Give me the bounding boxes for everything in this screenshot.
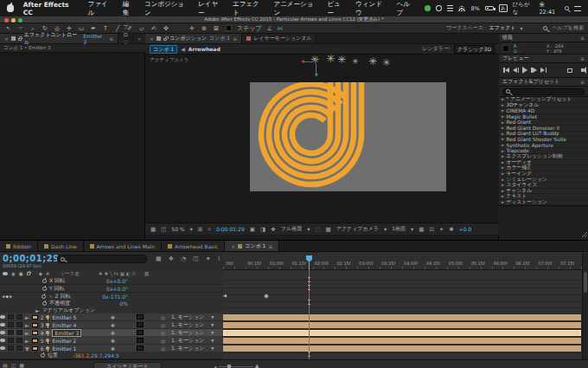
expand-triangle-icon[interactable]: ► xyxy=(502,114,504,119)
tab-layer-motion-null[interactable]: レイヤーモーションヌル xyxy=(242,34,316,43)
pixel-aspect-icon[interactable]: ⋈ xyxy=(277,25,283,32)
panel-menu-icon[interactable]: ≡ xyxy=(580,55,585,61)
parent-pickwhip-icon[interactable]: ◎ xyxy=(161,322,165,328)
expand-inout-pane-icon[interactable]: ◫ xyxy=(11,362,16,368)
emitter-gizmo-star[interactable]: ✳ xyxy=(368,55,377,68)
timeline-track-area[interactable]: ◀ xyxy=(223,270,582,359)
camera-chevron-icon[interactable]: ▾ xyxy=(384,226,387,233)
stopwatch-icon[interactable] xyxy=(42,287,47,291)
notification-center-icon[interactable] xyxy=(574,6,581,11)
menu-item[interactable]: レイヤー xyxy=(198,0,223,17)
layer-label-swatch[interactable] xyxy=(32,331,38,335)
label-column-icon[interactable]: ◆ xyxy=(39,271,42,276)
property-row[interactable]: X 回転0x+0.0° xyxy=(0,277,223,285)
roto-brush-tool[interactable]: ✍ xyxy=(150,25,158,32)
zoom-out-icon[interactable]: ▴ xyxy=(214,364,217,368)
expand-triangle-icon[interactable]: ► xyxy=(502,183,504,187)
expand-triangle-icon[interactable]: ► xyxy=(502,120,504,125)
eye-icon[interactable] xyxy=(0,331,5,334)
help-search-icon[interactable] xyxy=(543,26,547,30)
app-menu[interactable]: After Effects CC xyxy=(23,1,79,16)
property-value[interactable]: 0x-171.0° xyxy=(102,294,128,300)
property-name[interactable]: Y 回転 xyxy=(49,285,65,293)
puppet-pin-tool[interactable]: ✜ xyxy=(162,25,170,32)
audio-column-icon[interactable]: ◉ xyxy=(11,271,16,276)
tab-project[interactable]: プロジェ xyxy=(118,34,133,43)
mini-flowchart-icon[interactable]: ▦ xyxy=(156,255,162,262)
layer-label-swatch[interactable] xyxy=(32,315,38,320)
sync-icon[interactable] xyxy=(436,5,442,11)
play-button[interactable] xyxy=(522,67,527,74)
menu-item[interactable]: アニメーション xyxy=(274,0,318,17)
quality-switch[interactable] xyxy=(137,338,144,343)
magnification-value[interactable]: 50 % xyxy=(171,226,184,232)
emitter-gizmo-star[interactable]: ✳ xyxy=(352,57,359,66)
always-preview-icon[interactable]: ▦ xyxy=(150,226,156,233)
layer-name[interactable]: Emitter 4 xyxy=(52,322,76,328)
lock-column-icon[interactable] xyxy=(27,272,30,275)
renderer-value[interactable]: クラシック3D xyxy=(454,45,495,54)
layer-duration-bar[interactable] xyxy=(223,314,581,320)
step-swatch[interactable] xyxy=(226,25,232,31)
ime-badge-icon[interactable]: あ xyxy=(499,4,508,12)
eye-icon[interactable] xyxy=(0,315,5,319)
apple-menu-icon[interactable] xyxy=(7,4,14,12)
expand-triangle-icon[interactable]: ► xyxy=(502,154,504,158)
menu-item[interactable]: ヘルプ xyxy=(397,0,416,17)
position-yz-value[interactable]: 29.7,294.5 xyxy=(91,352,118,358)
timeline-tab[interactable]: Arrowhead Basic xyxy=(162,241,225,251)
region-of-interest-icon[interactable]: ⬚ xyxy=(315,226,320,233)
zoom-window-button[interactable] xyxy=(18,18,22,23)
motion-blur-icon[interactable]: ✦ xyxy=(206,255,211,262)
video-column-icon[interactable] xyxy=(3,272,8,275)
angle-icon[interactable]: ∠ xyxy=(267,25,272,32)
tab-overflow-button[interactable]: » xyxy=(133,34,145,43)
parent-pickwhip-icon[interactable]: ◎ xyxy=(161,345,165,352)
stopwatch-icon[interactable] xyxy=(42,301,47,306)
current-time-display[interactable]: 0:00:01:29 xyxy=(216,226,245,232)
audio-cell[interactable] xyxy=(8,345,14,351)
parent-pickwhip-icon[interactable]: ◎ xyxy=(161,314,165,320)
parent-chevron-icon[interactable]: ▼ xyxy=(211,339,214,343)
view-layout-selector[interactable]: 1画面 xyxy=(392,225,406,233)
resolution-value[interactable]: フル画質 xyxy=(281,225,302,233)
back-arrow-icon[interactable]: ◀ xyxy=(181,46,185,52)
audio-mute-icon[interactable] xyxy=(581,68,584,72)
resolution-chevron-icon[interactable]: ▾ xyxy=(307,226,310,233)
ram-preview-icon[interactable] xyxy=(567,68,572,73)
comp-breadcrumb-chip[interactable]: コンポ 1 xyxy=(150,45,177,54)
close-icon[interactable]: × xyxy=(150,36,154,42)
expand-triangle-icon[interactable]: ► xyxy=(502,160,504,165)
transparency-grid-icon[interactable]: ▩ xyxy=(326,226,331,233)
parent-column[interactable]: 親 xyxy=(144,271,150,277)
property-value[interactable]: 0% xyxy=(119,300,128,307)
timeline-ruler[interactable]: :00f00:15f01:00f01:15f02:00f02:15f03:00f… xyxy=(223,253,582,270)
position-x-value[interactable]: -361.2, xyxy=(73,352,91,358)
selection-tool[interactable]: ↖ xyxy=(4,25,13,32)
last-frame-button[interactable] xyxy=(540,68,546,73)
parent-dropdown[interactable]: 1. モーション xyxy=(171,337,204,345)
menu-item[interactable]: コンポジション xyxy=(144,0,189,17)
quality-switch[interactable] xyxy=(137,330,144,335)
solo-cell[interactable] xyxy=(16,345,22,351)
keyframe-nav-arrow[interactable]: ◀ xyxy=(223,293,227,298)
magnification-chevron-icon[interactable]: ▾ xyxy=(190,226,193,233)
next-frame-button[interactable] xyxy=(531,68,537,73)
source-name-column[interactable]: ソース名 xyxy=(60,271,79,277)
type-tool[interactable]: T xyxy=(101,25,110,32)
menu-item[interactable]: 編集 xyxy=(123,0,135,17)
panel-menu-icon[interactable]: ≡ xyxy=(580,79,585,85)
position-property-row[interactable]: 位置-361.2,29.7,294.5 xyxy=(0,352,223,359)
property-value[interactable]: 0x+0.0° xyxy=(106,278,128,284)
expand-triangle-icon[interactable]: ► xyxy=(502,126,504,130)
solo-column-icon[interactable]: ● xyxy=(19,271,23,276)
spotlight-icon[interactable] xyxy=(565,6,569,10)
workspace-chevron-icon[interactable]: ▾ xyxy=(520,25,522,31)
layer-label-swatch[interactable] xyxy=(32,339,38,343)
battery-icon[interactable] xyxy=(485,6,494,10)
workspace-value[interactable]: エフェクト xyxy=(489,24,516,32)
preview-panel-header[interactable]: プレビュー ≡ xyxy=(499,55,588,63)
menu-item[interactable]: ファイル xyxy=(88,0,113,17)
fast-previews-icon[interactable]: ⊡ xyxy=(429,226,433,233)
help-search-label[interactable]: ヘルプを検索 xyxy=(552,24,584,32)
